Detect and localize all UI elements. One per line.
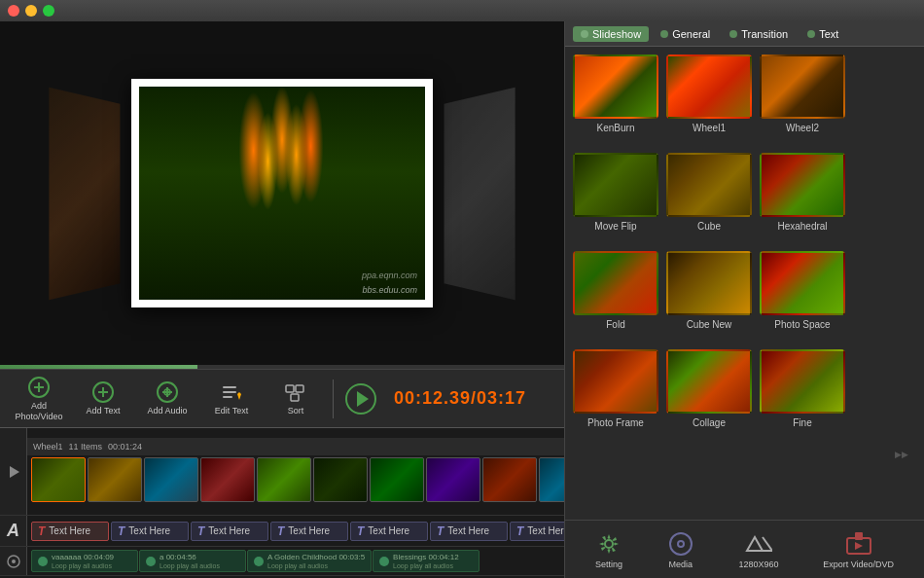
effect-moveflip[interactable]: Move Flip: [573, 153, 658, 232]
effect-kenbum[interactable]: KenBurn: [573, 54, 658, 133]
media-icon: [667, 530, 694, 558]
thumb-5[interactable]: [257, 457, 311, 502]
audio-item-2[interactable]: a 00:04:56 Loop play all audios: [139, 550, 246, 572]
preview-area: bbs.eduu.com ppa.eqnn.com: [0, 21, 564, 365]
add-photo-video-icon: [27, 376, 51, 399]
thumb-9[interactable]: [482, 457, 537, 502]
photo-track-label: [0, 428, 27, 515]
effect-wheel1[interactable]: Wheel1: [666, 54, 752, 133]
text-icon-1: T: [38, 524, 45, 538]
effect-thumb-cube: [666, 153, 752, 217]
text-label-6: Text Here: [447, 525, 489, 536]
audio-item-1[interactable]: vaaaaaa 00:04:09 Loop play all audios: [31, 550, 138, 572]
tab-dot-slideshow: [581, 30, 588, 38]
text-item-6[interactable]: T Text Here: [430, 522, 508, 541]
effect-wheel2[interactable]: Wheel2: [760, 54, 845, 133]
thumb-3[interactable]: [144, 457, 198, 502]
effect-cube[interactable]: Cube: [666, 153, 752, 232]
add-audio-button[interactable]: Add Audio: [138, 374, 196, 424]
tab-transition[interactable]: Transition: [722, 26, 796, 42]
text-item-4[interactable]: T Text Here: [270, 522, 348, 541]
svg-point-19: [12, 560, 16, 563]
add-photo-video-button[interactable]: Add Photo/Video: [10, 374, 68, 424]
effect-thumb-moveflip: [573, 153, 658, 217]
play-button[interactable]: [345, 383, 376, 415]
effect-label-hexahedral: Hexahedral: [777, 221, 827, 232]
text-label-2: Text Here: [128, 525, 170, 536]
effect-collage[interactable]: Collage: [666, 349, 752, 428]
tab-text[interactable]: Text: [800, 26, 846, 42]
tab-slideshow[interactable]: Slideshow: [573, 26, 649, 42]
minimize-button[interactable]: [25, 5, 37, 17]
text-track-content[interactable]: T Text Here T Text Here T Text Here: [27, 518, 564, 545]
effect-label-collage: Collage: [693, 417, 726, 428]
svg-rect-14: [286, 385, 294, 392]
right-toolbar: Setting Media: [565, 520, 924, 578]
effect-photoframe[interactable]: Photo Frame: [573, 349, 658, 428]
thumb-7[interactable]: [370, 457, 424, 502]
media-button[interactable]: Media: [661, 526, 700, 573]
text-item-3[interactable]: T Text Here: [191, 522, 268, 541]
thumb-4[interactable]: [200, 457, 255, 502]
svg-marker-27: [855, 542, 863, 550]
svg-rect-11: [223, 386, 236, 388]
svg-rect-16: [291, 394, 299, 401]
effect-cubenew[interactable]: Cube New: [666, 251, 752, 330]
effect-row-4: Photo Frame Collage Fine: [573, 349, 916, 428]
thumb-10[interactable]: [539, 457, 564, 502]
sort-label: Sort: [288, 406, 304, 416]
effect-fine[interactable]: Fine: [760, 349, 845, 428]
setting-button[interactable]: Setting: [589, 526, 628, 573]
thumb-1[interactable]: [31, 457, 86, 502]
effect-label-moveflip: Move Flip: [594, 221, 636, 232]
thumb-2[interactable]: [88, 457, 142, 502]
thumb-8[interactable]: [426, 457, 480, 502]
toolbar-divider1: [333, 379, 334, 418]
sort-button[interactable]: Sort: [267, 374, 325, 424]
add-text-button[interactable]: T Add Text: [74, 374, 132, 424]
maximize-button[interactable]: [43, 5, 54, 17]
add-photo-video-label: Add Photo/Video: [10, 401, 68, 422]
audio-track-content[interactable]: vaaaaaa 00:04:09 Loop play all audios a …: [27, 547, 564, 575]
find-more: ▶▶: [573, 448, 916, 461]
audio-name-4: Blessings 00:04:12: [393, 553, 459, 561]
setting-icon: [595, 530, 622, 558]
setting-label: Setting: [595, 560, 622, 569]
edit-text-button[interactable]: Edit Text: [202, 374, 261, 424]
effect-hexahedral[interactable]: Hexahedral: [760, 153, 845, 232]
effect-thumb-photospace: [760, 251, 845, 315]
effect-photospace[interactable]: Photo Space: [760, 251, 845, 330]
export-button[interactable]: Export Video/DVD: [817, 526, 900, 573]
time-display: 00:12.39/03:17: [394, 388, 526, 409]
slideshow-tabs: Slideshow General Transition Text: [565, 21, 924, 47]
close-button[interactable]: [8, 5, 19, 17]
svg-line-24: [763, 537, 772, 551]
audio-name-3: A Golden Childhood 00:03:5: [267, 553, 365, 561]
effect-grid: KenBurn Wheel1 Wheel2 Move Flip: [565, 47, 924, 520]
group1-time: 00:01:24: [108, 442, 142, 452]
text-item-2[interactable]: T Text Here: [111, 522, 189, 541]
photo-track-content[interactable]: Wheel1 11 Items 00:01:24: [27, 438, 564, 506]
thumb-6[interactable]: [313, 457, 368, 502]
tab-general[interactable]: General: [653, 26, 718, 42]
effect-thumb-photoframe: [573, 349, 658, 414]
text-label-4: Text Here: [288, 525, 330, 536]
text-track-label: A: [0, 516, 27, 546]
text-icon-3: T: [197, 524, 204, 538]
effect-label-photoframe: Photo Frame: [587, 417, 644, 428]
effect-fold[interactable]: Fold: [573, 251, 658, 330]
audio-item-3[interactable]: A Golden Childhood 00:03:5 Loop play all…: [247, 550, 372, 572]
text-item-5[interactable]: T Text Here: [350, 522, 428, 541]
main-photo-inner: bbs.eduu.com ppa.eqnn.com: [139, 87, 425, 300]
effect-thumb-kenbum: [573, 54, 658, 119]
svg-point-20: [605, 540, 613, 548]
photo-thumbnails-group1[interactable]: [27, 455, 564, 506]
text-item-1[interactable]: T Text Here: [31, 522, 109, 541]
audio-track: vaaaaaa 00:04:09 Loop play all audios a …: [0, 547, 564, 576]
resolution-button[interactable]: 1280X960: [732, 526, 784, 573]
audio-dot-1: [38, 557, 48, 566]
audio-loop-1: Loop play all audios: [52, 562, 114, 569]
sort-icon: [284, 380, 307, 404]
text-item-7[interactable]: T Text Here: [510, 522, 564, 541]
audio-item-4[interactable]: Blessings 00:04:12 Loop play all audios: [373, 550, 480, 572]
